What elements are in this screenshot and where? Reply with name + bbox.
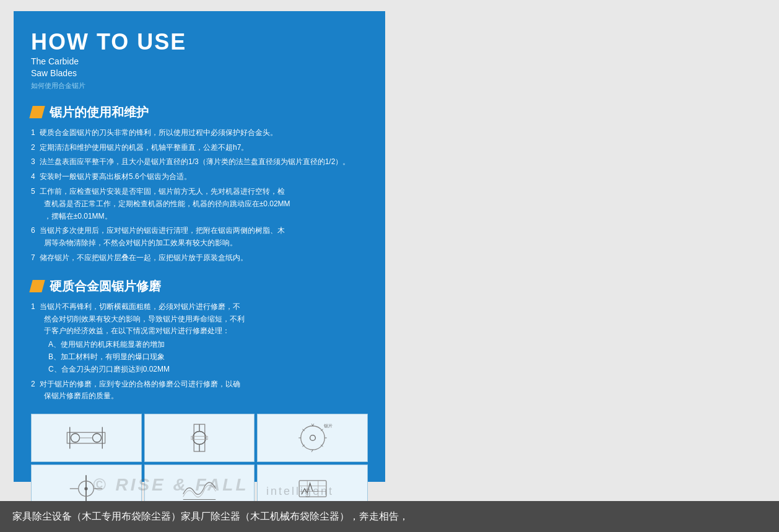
- bottom-bar: 家具除尘设备（木工专用布袋除尘器）家具厂除尘器（木工机械布袋除尘器），奔走相告，: [0, 501, 779, 532]
- subtitle-cn: 如何使用合金锯片: [31, 81, 368, 90]
- sub-item: C、合金刀头的刃口磨损达到0.02MM: [48, 364, 368, 376]
- svg-point-7: [193, 432, 206, 445]
- list-item: 4安装时一般锯片要高出板材5.6个锯齿为合适。: [31, 171, 368, 183]
- list-item: 6当锯片多次使用后，应对锯片的锯齿进行清理，把附在锯齿两侧的树脂、木 屑等杂物清…: [31, 225, 368, 250]
- sub-item: A、使用锯片的机床耗能显著的增加: [48, 339, 368, 351]
- diagram-svg-2: [178, 419, 221, 456]
- image-cell-2: [144, 414, 255, 462]
- main-card: HOW TO USE The Carbide Saw Blades 如何使用合金…: [14, 11, 385, 482]
- section2-header: 硬质合金圆锯片修磨: [31, 278, 368, 295]
- images-grid: 锯片: [31, 414, 368, 513]
- list-item: 7储存锯片，不应把锯片层叠在一起，应把锯片放于原装盒纸内。: [31, 252, 368, 264]
- section2-list: 1当锯片不再锋利，切断横截面粗糙，必须对锯片进行修磨，不 然会对切削效果有较大的…: [31, 301, 368, 403]
- section1-header: 锯片的使用和维护: [31, 104, 368, 121]
- subtitle-en: The Carbide Saw Blades: [31, 56, 368, 80]
- svg-point-27: [85, 487, 88, 491]
- svg-point-2: [93, 434, 102, 442]
- list-item: 1硬质合金圆锯片的刀头非常的锋利，所以使用过程中必须保护好合金头。: [31, 127, 368, 139]
- svg-point-11: [300, 426, 324, 450]
- watermark-text: © RISE & FALL: [93, 475, 249, 495]
- image-cell-1: [31, 414, 142, 462]
- section2-title: 硬质合金圆锯片修磨: [50, 278, 161, 295]
- list-item: 5工作前，应检查锯片安装是否牢固，锯片前方无人，先对机器进行空转，检 查机器是否…: [31, 186, 368, 222]
- svg-text:锯片: 锯片: [323, 424, 332, 428]
- watermark-sub: intelligent: [266, 485, 334, 498]
- section1-icon: [29, 106, 45, 118]
- section2-icon: [29, 280, 45, 292]
- sub-item: B、加工材料时，有明显的爆口现象: [48, 351, 368, 364]
- list-item: 3法兰盘表面应平整干净，且大小是锯片直径的1/3（薄片类的法兰盘直径须为锯片直径…: [31, 156, 368, 168]
- svg-point-12: [310, 435, 315, 441]
- list-item: 1当锯片不再锋利，切断横截面粗糙，必须对锯片进行修磨，不 然会对切削效果有较大的…: [31, 301, 368, 376]
- page-title: HOW TO USE: [31, 30, 368, 55]
- diagram-svg-1: [64, 419, 108, 456]
- list-item: 2对于锯片的修磨，应到专业的合格的修磨公司进行修磨，以确 保锯片修磨后的质量。: [31, 378, 368, 403]
- svg-point-1: [71, 434, 80, 442]
- image-cell-3: 锯片: [257, 414, 368, 462]
- section1-list: 1硬质合金圆锯片的刀头非常的锋利，所以使用过程中必须保护好合金头。 2定期清洁和…: [31, 127, 368, 264]
- list-item: 2定期清洁和维护使用锯片的机器，机轴平整垂直，公差不超h7。: [31, 142, 368, 154]
- bottom-text: 家具除尘设备（木工专用布袋除尘器）家具厂除尘器（木工机械布袋除尘器），奔走相告，: [12, 510, 409, 523]
- section1-title: 锯片的使用和维护: [50, 104, 149, 121]
- diagram-svg-3: 锯片: [291, 419, 334, 456]
